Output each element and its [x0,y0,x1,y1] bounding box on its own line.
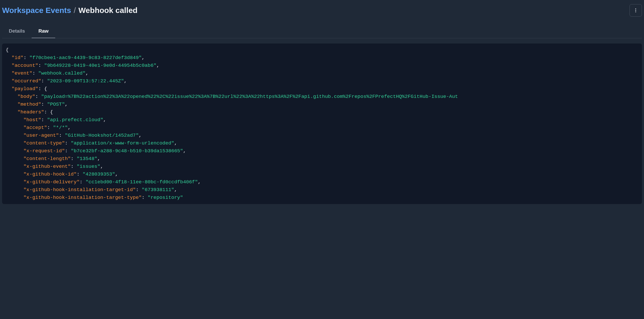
json-value: "webhook.called" [38,70,85,76]
json-key: "occurred" [12,78,41,84]
raw-json-viewer: { "id": "f70cbee1-aac9-4439-9c83-8227def… [2,44,642,204]
json-value: "673938111" [142,187,174,193]
tab-details[interactable]: Details [2,25,32,38]
vertical-dots-icon [633,8,638,13]
more-actions-button[interactable] [629,4,642,17]
json-key: "content-type" [23,140,65,146]
json-key: "content-length" [23,156,71,162]
json-key: "event" [12,70,32,76]
json-value: "api.prefect.cloud" [47,117,103,123]
breadcrumb-separator: / [74,6,76,15]
json-value: "payload=%7B%22action%22%3A%22opened%22%… [41,94,458,99]
json-key: "host" [23,117,41,123]
json-key: "x-github-event" [23,164,71,169]
breadcrumb-link-workspace-events[interactable]: Workspace Events [2,6,71,15]
json-key: "x-github-delivery" [23,179,80,185]
json-key: "account" [12,63,38,68]
tabs: Details Raw [2,22,642,38]
json-key: "accept" [23,125,47,130]
breadcrumb: Workspace Events / Webhook called [2,6,137,15]
json-value: "issues" [77,164,100,169]
json-key: "payload" [12,86,38,92]
json-key: "x-request-id" [23,148,65,154]
json-key: "x-github-hook-installation-target-id" [23,187,136,193]
json-value: "2023-09-09T13:57:22.445Z" [47,78,124,84]
svg-point-1 [635,10,636,11]
svg-point-0 [635,9,636,9]
json-value: "*/*" [53,125,68,130]
json-value: "13548" [77,156,97,162]
json-key: "body" [18,94,35,99]
json-value: "application/x-www-form-urlencoded" [71,140,174,146]
breadcrumb-current: Webhook called [79,6,138,15]
json-value: "428039353" [82,171,115,177]
json-key: "id" [12,55,24,61]
json-value: "9b649228-0419-40e1-9e0d-44954b5c0ab6" [44,63,156,68]
json-key: "user-agent" [23,133,59,138]
json-key: "headers" [18,109,44,115]
json-key: "x-github-hook-installation-target-type" [23,195,142,200]
json-value: "f70cbee1-aac9-4439-9c83-8227def3d849" [29,55,142,61]
json-key: "method" [18,102,41,107]
tab-raw[interactable]: Raw [32,25,55,38]
json-key: "x-github-hook-id" [23,171,76,177]
json-value: "cc1ebd00-4f18-11ee-80bc-fd0ccdfb406f" [86,179,198,185]
json-value: "GitHub-Hookshot/1452ad7" [65,133,139,138]
json-value: "repository" [148,195,183,200]
json-value: "POST" [47,102,65,107]
svg-point-2 [635,11,636,12]
page-header: Workspace Events / Webhook called [2,2,642,22]
json-value: "b7ce32bf-a288-9c48-b510-b39da1538665" [71,148,183,154]
